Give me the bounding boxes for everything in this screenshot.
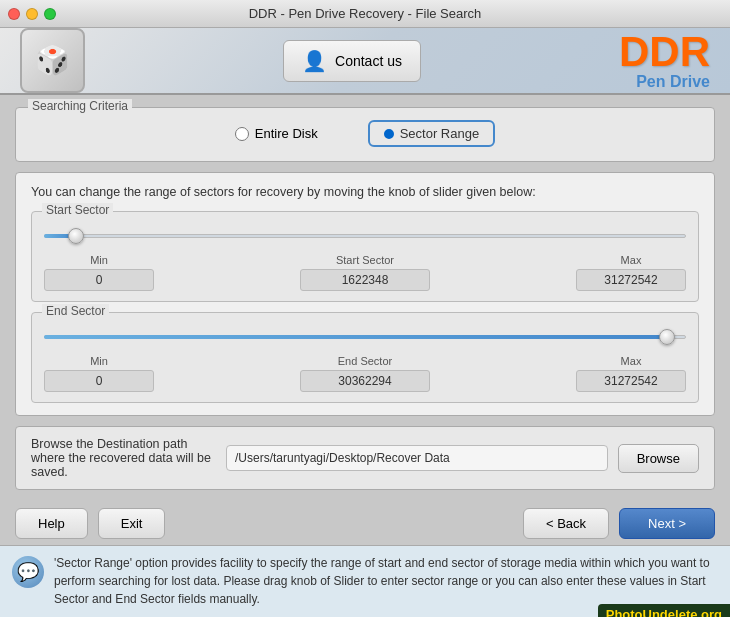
start-slider-track <box>44 234 686 238</box>
contact-label: Contact us <box>335 53 402 69</box>
app-logo: 🎲 <box>20 28 85 93</box>
titlebar: DDR - Pen Drive Recovery - File Search <box>0 0 730 28</box>
watermark: PhotoUndelete.org <box>598 604 730 617</box>
header: 🎲 👤 Contact us DDR Pen Drive <box>0 28 730 95</box>
end-max-group: Max <box>576 355 686 392</box>
next-button[interactable]: Next > <box>619 508 715 539</box>
start-min-group: Min <box>44 254 154 291</box>
main-container: 🎲 👤 Contact us DDR Pen Drive Searching C… <box>0 28 730 617</box>
end-sector-field-group: End Sector <box>300 355 430 392</box>
end-slider-knob[interactable] <box>659 329 675 345</box>
browse-path-input[interactable] <box>226 445 608 471</box>
end-min-input[interactable] <box>44 370 154 392</box>
end-sector-subgroup-label: End Sector <box>42 304 109 318</box>
start-max-group: Max <box>576 254 686 291</box>
exit-button[interactable]: Exit <box>98 508 166 539</box>
sector-range-button[interactable]: Sector Range <box>368 120 496 147</box>
end-max-label: Max <box>621 355 642 367</box>
start-sector-field-group: Start Sector <box>300 254 430 291</box>
start-fields-row: Min Start Sector Max <box>44 254 686 291</box>
criteria-label: Searching Criteria <box>28 99 132 113</box>
help-button[interactable]: Help <box>15 508 88 539</box>
start-sector-input[interactable] <box>300 269 430 291</box>
close-button[interactable] <box>8 8 20 20</box>
start-sector-group: Start Sector Min Start Sector <box>31 211 699 302</box>
browse-description: Browse the Destination path where the re… <box>31 437 216 479</box>
radio-row: Entire Disk Sector Range <box>36 120 694 147</box>
sector-description: You can change the range of sectors for … <box>31 185 699 199</box>
start-max-label: Max <box>621 254 642 266</box>
start-sector-field-label: Start Sector <box>336 254 394 266</box>
entire-disk-radio[interactable] <box>235 127 249 141</box>
end-sector-slider-container <box>44 327 686 347</box>
end-slider-fill <box>44 335 667 339</box>
brand: DDR Pen Drive <box>619 31 710 91</box>
sector-panel: You can change the range of sectors for … <box>15 172 715 416</box>
maximize-button[interactable] <box>44 8 56 20</box>
end-sector-input[interactable] <box>300 370 430 392</box>
start-sector-slider-container <box>44 226 686 246</box>
person-icon: 👤 <box>302 49 327 73</box>
end-fields-row: Min End Sector Max <box>44 355 686 392</box>
logo-icon: 🎲 <box>35 44 70 77</box>
info-icon: 💬 <box>12 556 44 588</box>
content-area: Searching Criteria Entire Disk Sector Ra… <box>0 95 730 502</box>
start-sector-subgroup-label: Start Sector <box>42 203 113 217</box>
sector-range-label: Sector Range <box>400 126 480 141</box>
entire-disk-label: Entire Disk <box>255 126 318 141</box>
minimize-button[interactable] <box>26 8 38 20</box>
sector-range-radio-dot <box>384 129 394 139</box>
criteria-group: Searching Criteria Entire Disk Sector Ra… <box>15 107 715 162</box>
brand-sub: Pen Drive <box>619 73 710 91</box>
brand-ddr: DDR <box>619 31 710 73</box>
start-slider-knob[interactable] <box>68 228 84 244</box>
traffic-lights <box>8 8 56 20</box>
bottom-bar: Help Exit < Back Next > <box>0 502 730 545</box>
end-sector-field-label: End Sector <box>338 355 392 367</box>
start-min-input[interactable] <box>44 269 154 291</box>
window-title: DDR - Pen Drive Recovery - File Search <box>249 6 482 21</box>
end-sector-group: End Sector Min End Sector <box>31 312 699 403</box>
info-bar-wrapper: 💬 'Sector Range' option provides facilit… <box>0 545 730 617</box>
end-min-label: Min <box>90 355 108 367</box>
browse-button[interactable]: Browse <box>618 444 699 473</box>
info-message: 'Sector Range' option provides facility … <box>54 554 715 608</box>
browse-row: Browse the Destination path where the re… <box>15 426 715 490</box>
end-min-group: Min <box>44 355 154 392</box>
contact-us-button[interactable]: 👤 Contact us <box>283 40 421 82</box>
start-max-input[interactable] <box>576 269 686 291</box>
start-min-label: Min <box>90 254 108 266</box>
entire-disk-option[interactable]: Entire Disk <box>235 126 318 141</box>
back-button[interactable]: < Back <box>523 508 609 539</box>
end-max-input[interactable] <box>576 370 686 392</box>
